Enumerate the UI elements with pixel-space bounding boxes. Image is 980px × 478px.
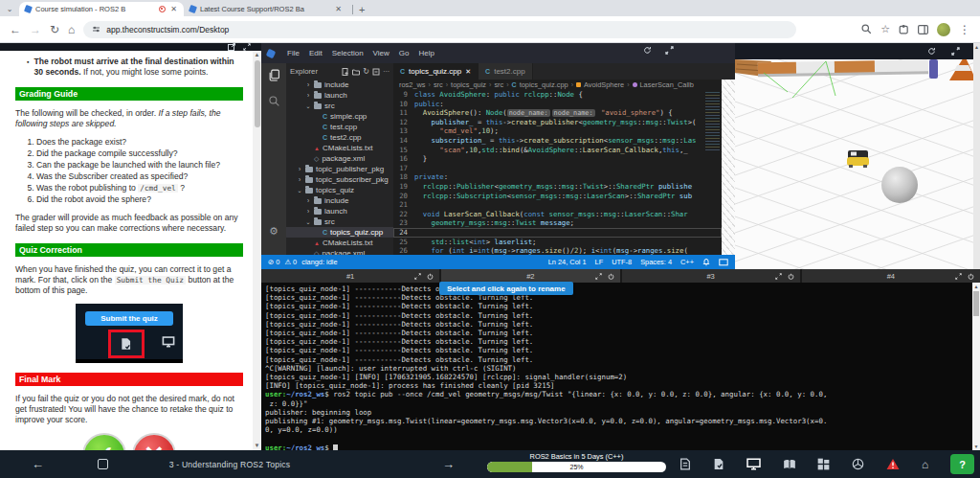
- tree-item-test.cpp[interactable]: Ctest.cpp: [286, 122, 393, 132]
- tree-item-test2.cpp[interactable]: Ctest2.cpp: [286, 132, 393, 143]
- code-line-10[interactable]: 10public:: [393, 100, 722, 109]
- tree-item-launch[interactable]: ›launch: [286, 90, 393, 101]
- chevron-icon[interactable]: ⌄: [305, 218, 311, 226]
- gazebo-3d-scene[interactable]: [735, 59, 973, 269]
- tree-item-CMakeLists.txt[interactable]: ▲CMakeLists.txt: [286, 143, 393, 153]
- submit-quiz-icon[interactable]: [713, 458, 724, 470]
- code-line-21[interactable]: 21: [393, 200, 722, 210]
- zoom-icon[interactable]: [861, 24, 872, 34]
- back-icon[interactable]: ←: [10, 24, 21, 35]
- gazebo-scrollbar[interactable]: ▲: [973, 43, 980, 269]
- scroll-down-icon[interactable]: ▼: [972, 443, 980, 450]
- breadcrumb-item[interactable]: ros2_ws: [399, 80, 426, 89]
- terminal-panel[interactable]: #1#2#3#4 [topics_quiz_node-1] ----------…: [261, 269, 980, 450]
- chevron-icon[interactable]: ›: [305, 208, 311, 215]
- status-spaces[interactable]: Spaces: 4: [640, 258, 672, 266]
- ai-assistant-icon[interactable]: [852, 458, 864, 470]
- home-icon[interactable]: ⌂: [68, 24, 75, 35]
- terminal-tab-2[interactable]: #2: [441, 269, 619, 283]
- search-icon[interactable]: [268, 95, 280, 107]
- breadcrumb-item[interactable]: topics_quiz.cpp: [520, 80, 568, 89]
- refresh-explorer-icon[interactable]: ↻: [363, 67, 369, 76]
- tab-close-icon[interactable]: ✕: [334, 5, 343, 13]
- desktop-icon[interactable]: [746, 458, 761, 470]
- browser-tab-active[interactable]: Course simulation - ROS2 B ✕: [19, 2, 184, 16]
- chevron-icon[interactable]: ›: [297, 166, 302, 172]
- terminal-power-icon[interactable]: [968, 273, 974, 280]
- scroll-thumb[interactable]: [973, 291, 979, 316]
- tree-item-launch[interactable]: ›launch: [286, 206, 393, 216]
- next-lesson-icon[interactable]: →: [442, 457, 455, 471]
- new-file-icon[interactable]: [342, 68, 349, 76]
- terminal-power-icon[interactable]: [427, 273, 434, 280]
- code-line-19[interactable]: 19 rclcpp::Publisher<geometry_msgs::msg:…: [393, 182, 722, 192]
- gazebo-refresh-icon[interactable]: [927, 47, 936, 56]
- terminal-output[interactable]: [topics_quiz_node-1] -----------Detects …: [261, 283, 972, 450]
- scroll-thumb[interactable]: [255, 60, 260, 127]
- code-line-18[interactable]: 18private:: [393, 172, 722, 182]
- gazebo-simulation-panel[interactable]: [735, 43, 973, 269]
- tree-item-topic_subscriber_pkg[interactable]: ›topic_subscriber_pkg: [286, 174, 393, 185]
- code-line-26[interactable]: 26 for (int i=int(msg->ranges.size()/2);…: [393, 246, 722, 255]
- terminal-expand-icon[interactable]: [955, 273, 962, 280]
- apps-grid-icon[interactable]: [817, 458, 830, 470]
- breadcrumb-item[interactable]: topics_quiz: [451, 80, 486, 89]
- tab-close-icon[interactable]: ✕: [169, 5, 178, 13]
- notifications-bell-icon[interactable]: [702, 258, 710, 266]
- terminal-tab-4[interactable]: #4: [802, 269, 980, 283]
- browser-menu-icon[interactable]: ⋮: [959, 24, 970, 35]
- scroll-down-icon[interactable]: ▼: [253, 442, 261, 450]
- address-bar[interactable]: app.theconstructsim.com/Desktop: [83, 21, 796, 38]
- code-line-9[interactable]: 9class AvoidSphere: public rclcpp::Node …: [393, 90, 722, 100]
- clangd-status[interactable]: clangd: idle: [301, 258, 337, 266]
- notes-scrollbar[interactable]: ▲ ▼: [253, 51, 261, 450]
- profile-avatar[interactable]: [937, 23, 950, 36]
- terminal-expand-icon[interactable]: [414, 273, 421, 280]
- tree-item-package.xml[interactable]: ◇package.xml: [286, 153, 393, 164]
- help-button[interactable]: ?: [950, 454, 974, 474]
- chevron-icon[interactable]: ›: [305, 81, 311, 88]
- site-settings-icon[interactable]: [92, 25, 100, 34]
- menu-view[interactable]: View: [368, 47, 394, 59]
- tree-item-include[interactable]: ›include: [286, 195, 393, 206]
- tree-item-src[interactable]: ⌄src: [286, 101, 393, 111]
- code-line-23[interactable]: 23 geometry_msgs::msg::Twist message;: [393, 218, 722, 228]
- open-in-window-icon[interactable]: [228, 43, 235, 51]
- terminal-expand-icon[interactable]: [595, 273, 602, 280]
- tree-item-CMakeLists.txt[interactable]: ▲CMakeLists.txt: [286, 238, 393, 248]
- tab-search-chevron-icon[interactable]: ⌄: [0, 2, 19, 16]
- menu-selection[interactable]: Selection: [327, 47, 368, 59]
- code-line-16[interactable]: 16 }: [393, 154, 722, 164]
- expand-panel-icon[interactable]: [243, 43, 251, 51]
- browser-tab-inactive[interactable]: Latest Course Support/ROS2 Ba ✕: [184, 2, 348, 16]
- code-line-13[interactable]: 13 "cmd_vel",10);: [393, 126, 722, 136]
- extensions-icon[interactable]: [899, 24, 909, 34]
- settings-gear-icon[interactable]: ⚙: [269, 225, 278, 238]
- code-line-14[interactable]: 14 subscription_ = this->create_subscrip…: [393, 136, 722, 146]
- terminal-power-icon[interactable]: [788, 273, 794, 280]
- terminal-tab-3[interactable]: #3: [622, 269, 800, 283]
- reload-icon[interactable]: ↻: [50, 24, 59, 35]
- tree-item-simple.cpp[interactable]: Csimple.cpp: [286, 111, 393, 122]
- tree-item-include[interactable]: ›include: [286, 80, 393, 90]
- menu-edit[interactable]: Edit: [304, 47, 327, 59]
- side-panel-icon[interactable]: [918, 25, 928, 34]
- status-utf8[interactable]: UTF-8: [612, 258, 632, 266]
- ide-refresh-icon[interactable]: [643, 46, 652, 55]
- scroll-up-icon[interactable]: ▲: [253, 51, 261, 59]
- terminal-tab-1[interactable]: #1: [261, 269, 439, 283]
- warning-icon[interactable]: [886, 458, 900, 470]
- chevron-icon[interactable]: ⌄: [305, 102, 311, 110]
- course-notes-panel[interactable]: ▪ The robot must arrive at the final des…: [0, 51, 253, 450]
- stop-icon[interactable]: [98, 459, 108, 469]
- prev-lesson-icon[interactable]: ←: [32, 457, 44, 471]
- tree-item-topics_quiz.cpp[interactable]: Ctopics_quiz.cpp: [286, 227, 393, 238]
- close-tab-icon[interactable]: ✕: [465, 68, 471, 76]
- chevron-icon[interactable]: ›: [297, 176, 302, 183]
- code-line-17[interactable]: 17: [393, 164, 722, 173]
- terminal-power-icon[interactable]: [608, 273, 614, 280]
- minimap[interactable]: [705, 92, 720, 151]
- breadcrumb-item[interactable]: src: [494, 80, 503, 89]
- tree-item-src[interactable]: ⌄src: [286, 216, 393, 227]
- new-folder-icon[interactable]: [352, 68, 360, 76]
